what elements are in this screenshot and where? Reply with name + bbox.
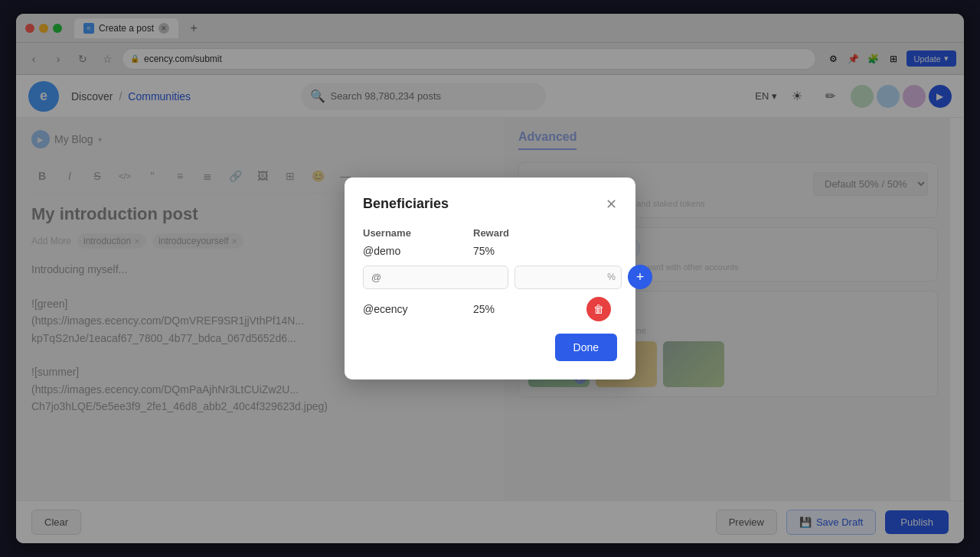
beneficiaries-modal: Beneficiaries ✕ Username Reward @demo 75… bbox=[345, 178, 635, 379]
beneficiary-reward-0: 75% bbox=[473, 245, 580, 257]
modal-title: Beneficiaries bbox=[363, 196, 449, 212]
beneficiary-reward-input[interactable] bbox=[514, 265, 622, 289]
col-username-header: Username bbox=[363, 227, 467, 239]
delete-beneficiary-button-1[interactable]: 🗑 bbox=[586, 297, 611, 321]
beneficiary-username-0: @demo bbox=[363, 245, 467, 257]
beneficiary-username-1: @ecency bbox=[363, 303, 467, 315]
beneficiary-row-1: @ecency 25% 🗑 bbox=[363, 297, 617, 321]
modal-close-button[interactable]: ✕ bbox=[606, 197, 617, 211]
add-beneficiary-button[interactable]: + bbox=[628, 265, 652, 289]
done-button[interactable]: Done bbox=[555, 334, 617, 361]
beneficiary-row-0: @demo 75% bbox=[363, 245, 617, 257]
modal-header: Beneficiaries ✕ bbox=[363, 196, 617, 212]
modal-footer: Done bbox=[363, 334, 617, 361]
reward-percent-symbol: % bbox=[607, 272, 616, 282]
beneficiary-input-row: % + bbox=[363, 265, 617, 289]
browser-window: e Create a post ✕ + ‹ › ↻ ☆ 🔒 ecency.com… bbox=[16, 14, 964, 543]
modal-table-header: Username Reward bbox=[363, 227, 617, 239]
col-reward-header: Reward bbox=[473, 227, 580, 239]
modal-overlay: Beneficiaries ✕ Username Reward @demo 75… bbox=[16, 14, 964, 543]
beneficiary-reward-1: 25% bbox=[473, 303, 580, 315]
beneficiary-username-input[interactable] bbox=[363, 265, 508, 289]
modal-table: Username Reward @demo 75% % bbox=[363, 227, 617, 321]
reward-input-wrap: % bbox=[514, 265, 622, 289]
